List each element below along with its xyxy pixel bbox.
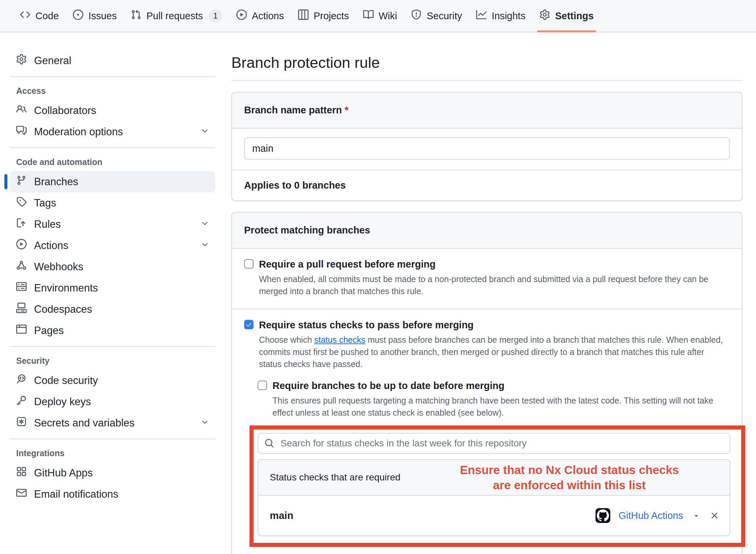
branch-name-pattern-input[interactable] (244, 137, 730, 160)
require-pull-request-checkbox[interactable] (244, 259, 254, 269)
sidebar-item-webhooks[interactable]: Webhooks (10, 256, 215, 277)
status-checks-link[interactable]: status checks (314, 335, 365, 344)
sidebar-item-actions[interactable]: Actions (10, 235, 215, 256)
tab-label: Code (35, 10, 59, 22)
pull-requests-count-badge: 1 (209, 9, 222, 23)
sidebar-section-title: Security (10, 352, 215, 370)
page-title: Branch protection rule (231, 53, 743, 81)
gear-icon (16, 54, 27, 67)
description-text: Choose which (259, 335, 314, 344)
require-up-to-date-checkbox[interactable] (258, 381, 267, 390)
tab-label: Pull requests (146, 10, 203, 22)
status-checks-table-header: Status checks that are required Ensure t… (258, 460, 730, 496)
option-description: This ensures pull requests targeting a m… (272, 394, 730, 419)
main-content: Branch protection rule Branch name patte… (223, 32, 749, 554)
tag-icon (16, 196, 27, 210)
chevron-down-icon (201, 218, 209, 230)
sidebar-section-title: Code and automation (10, 153, 215, 171)
tab-label: Settings (555, 10, 593, 22)
sidebar-divider (10, 76, 215, 77)
browser-icon (16, 324, 27, 337)
rules-icon (16, 218, 27, 231)
github-actions-link[interactable]: GitHub Actions (618, 510, 683, 521)
key-icon (16, 395, 27, 408)
search-icon (264, 438, 274, 448)
sidebar-item-label: Environments (34, 282, 98, 294)
annotation-line-2: are enforced within this list (428, 477, 711, 493)
option-title: Require status checks to pass before mer… (259, 319, 726, 331)
sidebar-item-label: Branches (34, 176, 78, 188)
sidebar-divider (10, 439, 215, 439)
sidebar-item-rules[interactable]: Rules (10, 214, 215, 235)
sidebar-item-collaborators[interactable]: Collaborators (10, 100, 215, 121)
tab-label: Issues (88, 10, 117, 22)
required-asterisk: * (345, 105, 348, 115)
applies-to-branches-text: Applies to 0 branches (232, 170, 742, 200)
sidebar-item-label: Codespaces (34, 303, 92, 315)
sidebar-item-label: Collaborators (34, 105, 96, 117)
book-icon (363, 9, 374, 22)
comment-discussion-icon (16, 125, 27, 138)
triangle-down-icon[interactable] (693, 512, 700, 519)
sidebar-item-pages[interactable]: Pages (10, 320, 215, 341)
github-actions-avatar (595, 508, 610, 523)
protect-matching-branches-header: Protect matching branches (232, 213, 742, 249)
tab-issues[interactable]: Issues (66, 0, 124, 32)
tab-label: Security (427, 10, 462, 22)
sidebar-item-secrets-and-variables[interactable]: Secrets and variables (10, 412, 215, 434)
status-checks-table-header-label: Status checks that are required (270, 472, 401, 483)
sidebar-item-label: Code security (34, 375, 98, 387)
require-status-checks-checkbox[interactable] (244, 320, 254, 329)
option-require-status-checks: Require status checks to pass before mer… (232, 309, 742, 554)
remove-status-check-button[interactable] (709, 510, 720, 521)
option-description: Choose which status checks must pass bef… (259, 334, 726, 370)
server-icon (16, 281, 27, 295)
webhook-icon (16, 260, 27, 273)
required-status-checks-table: Status checks that are required Ensure t… (258, 459, 730, 536)
sidebar-item-label: Pages (34, 325, 64, 337)
sidebar-item-label: Deploy keys (34, 396, 91, 408)
sidebar-item-codespaces[interactable]: Codespaces (10, 299, 215, 320)
sidebar-item-environments[interactable]: Environments (10, 277, 215, 299)
chevron-down-icon (201, 126, 209, 138)
sidebar-item-label: Moderation options (34, 126, 123, 138)
sidebar-item-github-apps[interactable]: GitHub Apps (10, 462, 215, 483)
sidebar-item-deploy-keys[interactable]: Deploy keys (10, 391, 215, 412)
apps-icon (16, 466, 27, 479)
status-checks-search-input[interactable] (258, 433, 730, 454)
people-icon (16, 104, 27, 117)
tab-insights[interactable]: Insights (469, 0, 532, 32)
codescan-icon (16, 374, 27, 387)
chevron-down-icon (201, 417, 209, 429)
sidebar-item-code-security[interactable]: Code security (10, 370, 215, 391)
tab-actions[interactable]: Actions (229, 0, 291, 32)
sidebar-item-email-notifications[interactable]: Email notifications (10, 483, 215, 505)
sidebar-item-label: Webhooks (34, 261, 83, 273)
tab-label: Wiki (379, 10, 397, 22)
git-pull-request-icon (131, 9, 141, 22)
sidebar-item-moderation-options[interactable]: Moderation options (10, 121, 215, 142)
sidebar-item-label: Actions (34, 240, 68, 252)
tab-security[interactable]: Security (404, 0, 469, 32)
sidebar-item-branches[interactable]: Branches (10, 171, 215, 192)
status-check-row: main GitHub Actions (258, 496, 730, 535)
tab-wiki[interactable]: Wiki (356, 0, 404, 32)
branch-name-pattern-body (232, 129, 742, 170)
sidebar-item-tags[interactable]: Tags (10, 192, 215, 214)
tab-settings[interactable]: Settings (532, 0, 601, 32)
tab-projects[interactable]: Projects (291, 0, 356, 32)
branch-name-pattern-card: Branch name pattern* Applies to 0 branch… (231, 92, 743, 201)
gear-icon (540, 9, 550, 22)
shield-icon (411, 9, 421, 22)
option-title: Require branches to be up to date before… (272, 380, 730, 392)
annotation-line-1: Ensure that no Nx Cloud status checks (428, 462, 711, 477)
tab-code[interactable]: Code (13, 0, 66, 32)
option-description: When enabled, all commits must be made t… (259, 273, 726, 297)
settings-sidebar: General Access Collaborators Moderation … (0, 32, 223, 518)
sidebar-item-label: Rules (34, 218, 61, 230)
option-require-up-to-date: Require branches to be up to date before… (258, 380, 730, 419)
tab-pull-requests[interactable]: Pull requests 1 (124, 0, 229, 32)
repo-nav: Code Issues Pull requests 1 Actions Proj… (0, 0, 756, 32)
sidebar-item-general[interactable]: General (10, 50, 215, 71)
protect-matching-branches-card: Protect matching branches Require a pull… (231, 212, 743, 554)
